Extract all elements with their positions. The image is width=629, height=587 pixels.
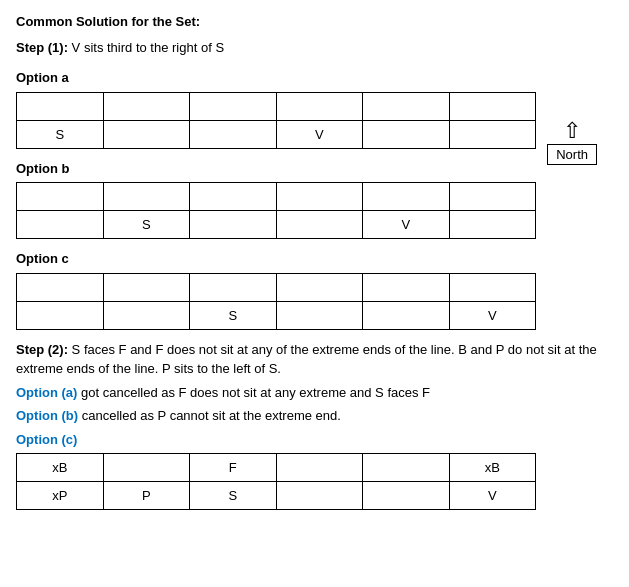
table-cell xyxy=(190,92,277,120)
table-cell xyxy=(363,183,450,211)
table-cell: V xyxy=(276,120,363,148)
north-label: North xyxy=(547,144,597,165)
table-cell: S xyxy=(17,120,104,148)
table-cell xyxy=(103,454,190,482)
table-cell xyxy=(449,183,536,211)
table-cell: xP xyxy=(17,482,104,510)
table-cell xyxy=(276,92,363,120)
table-cell xyxy=(190,273,277,301)
option-b-label: Option b xyxy=(16,159,613,179)
table-cell xyxy=(449,92,536,120)
table-cell xyxy=(276,211,363,239)
table-option-b: SV xyxy=(16,182,536,239)
explanation-option-b: Option (b) cancelled as P cannot sit at … xyxy=(16,406,613,426)
option-c-label: Option c xyxy=(16,249,613,269)
table-cell xyxy=(103,120,190,148)
table-cell xyxy=(449,120,536,148)
option-a-label: Option a xyxy=(16,68,613,88)
table-cell xyxy=(17,211,104,239)
table-cell xyxy=(103,183,190,211)
step1-label: Step (1): xyxy=(16,40,68,55)
table-cell xyxy=(190,183,277,211)
table-cell xyxy=(276,273,363,301)
step2-label: Step (2): xyxy=(16,342,68,357)
table-cell xyxy=(190,120,277,148)
main-title: Common Solution for the Set: xyxy=(16,12,613,32)
table-cell xyxy=(276,454,363,482)
table-cell xyxy=(276,482,363,510)
table-cell: V xyxy=(449,482,536,510)
table-cell: S xyxy=(103,211,190,239)
table-cell xyxy=(17,273,104,301)
table-cell xyxy=(449,211,536,239)
table-cell: xB xyxy=(17,454,104,482)
exp-optionB-bold: Option (b) xyxy=(16,408,78,423)
table-cell xyxy=(17,301,104,329)
north-arrow-icon: ⇧ xyxy=(563,120,581,142)
table-option-c: SV xyxy=(16,273,536,330)
table-option-c2: xBFxBxPPSV xyxy=(16,453,536,510)
table-cell: V xyxy=(449,301,536,329)
table-cell xyxy=(363,92,450,120)
table-cell xyxy=(190,211,277,239)
north-indicator: ⇧ North xyxy=(547,120,597,165)
table-cell xyxy=(17,92,104,120)
table-cell xyxy=(17,183,104,211)
table-cell xyxy=(363,454,450,482)
table-cell: V xyxy=(363,211,450,239)
explanation-option-a: Option (a) got cancelled as F does not s… xyxy=(16,383,613,403)
table-cell: F xyxy=(190,454,277,482)
table-option-a: SV xyxy=(16,92,536,149)
table-cell xyxy=(276,183,363,211)
table-cell: xB xyxy=(449,454,536,482)
table-cell xyxy=(449,273,536,301)
explanation-section: Step (2): S faces F and F does not sit a… xyxy=(16,340,613,511)
table-cell xyxy=(363,301,450,329)
table-cell: S xyxy=(190,301,277,329)
explanation-option-c-label: Option (c) xyxy=(16,430,613,450)
table-cell xyxy=(363,120,450,148)
table-cell xyxy=(363,482,450,510)
table-cell xyxy=(363,273,450,301)
exp-optionA-bold: Option (a) xyxy=(16,385,77,400)
step2-text: Step (2): S faces F and F does not sit a… xyxy=(16,340,613,379)
table-cell xyxy=(103,273,190,301)
table-cell: S xyxy=(190,482,277,510)
table-cell xyxy=(276,301,363,329)
table-cell xyxy=(103,301,190,329)
step1-text: Step (1): V sits third to the right of S xyxy=(16,38,613,59)
table-cell xyxy=(103,92,190,120)
table-cell: P xyxy=(103,482,190,510)
